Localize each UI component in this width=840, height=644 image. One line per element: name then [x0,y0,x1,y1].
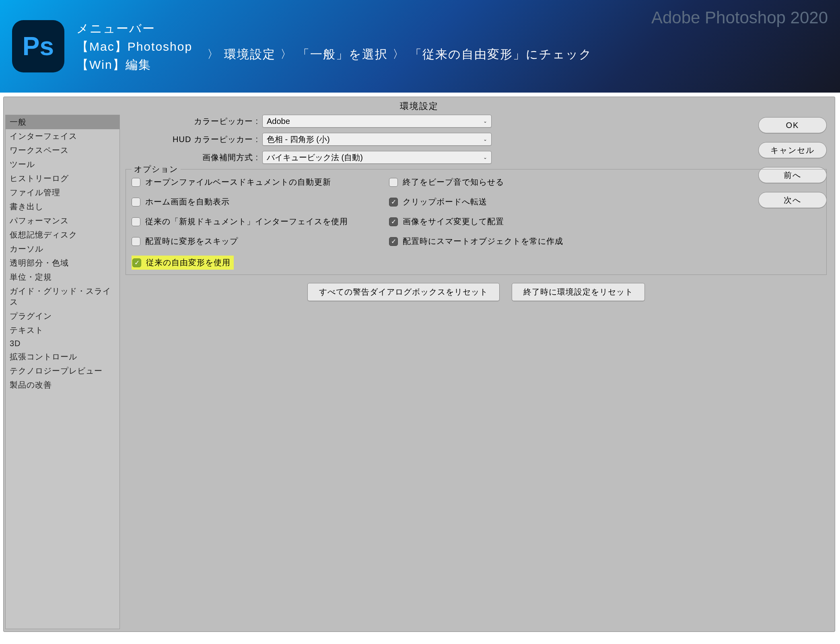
sidebar-item[interactable]: 3D [6,337,119,350]
option-label: 配置時にスマートオブジェクトを常に作成 [403,236,563,247]
option-label: 画像をサイズ変更して配置 [403,216,504,227]
interpolation-label: 画像補間方式 : [126,152,262,163]
preferences-dialog: 環境設定 OK キャンセル 前へ 次へ 一般インターフェイスワークスペースツール… [3,97,835,632]
sidebar-item[interactable]: 一般 [6,115,119,129]
sidebar-item[interactable]: ヒストリーログ [6,171,119,186]
interpolation-select[interactable]: バイキュービック法 (自動) ⌄ [262,151,492,164]
option-label: 配置時に変形をスキップ [145,236,238,247]
color-picker-label: カラーピッカー : [126,116,262,127]
option-label: 従来の「新規ドキュメント」インターフェイスを使用 [145,216,348,227]
app-version-label: Adobe Photoshop 2020 [651,8,828,27]
sidebar-item[interactable]: ファイル管理 [6,186,119,200]
sidebar-item[interactable]: 拡張コントロール [6,350,119,364]
sidebar-item[interactable]: パフォーマンス [6,214,119,228]
option-label: オープンファイルベースドキュメントの自動更新 [145,177,331,188]
preferences-main-panel: カラーピッカー : Adobe ⌄ HUD カラーピッカー : 色相 - 四角形… [120,115,832,629]
sidebar-item[interactable]: ガイド・グリッド・スライス [6,284,119,309]
sidebar-item[interactable]: ワークスペース [6,143,119,157]
sidebar-item[interactable]: 書き出し [6,200,119,214]
sidebar-item[interactable]: 単位・定規 [6,270,119,284]
chevron-right-icon: 〉 [280,47,292,62]
sidebar-item[interactable]: 透明部分・色域 [6,256,119,270]
sidebar-item[interactable]: テキスト [6,323,119,337]
options-fieldset: オプション オープンファイルベースドキュメントの自動更新ホーム画面を自動表示従来… [126,169,827,275]
option-checkbox[interactable] [389,178,398,187]
breadcrumb-item: 「従来の自由変形」にチェック [410,46,592,63]
hud-picker-select[interactable]: 色相 - 四角形 (小) ⌄ [262,133,492,146]
chevron-down-icon: ⌄ [483,136,487,142]
breadcrumb: 〉 環境設定 〉 「一般」を選択 〉 「従来の自由変形」にチェック [202,46,592,63]
chevron-right-icon: 〉 [207,47,219,62]
sidebar-item[interactable]: インターフェイス [6,129,119,143]
option-label: 終了をビープ音で知らせる [403,177,504,188]
dialog-title: 環境設定 [4,97,835,116]
option-checkbox[interactable] [132,178,140,187]
reset-warnings-button[interactable]: すべての警告ダイアログボックスをリセット [307,283,500,301]
color-picker-select[interactable]: Adobe ⌄ [262,115,492,128]
option-checkbox[interactable]: ✓ [389,217,398,226]
chevron-down-icon: ⌄ [483,155,487,160]
option-checkbox[interactable] [132,217,140,226]
sidebar-item[interactable]: プラグイン [6,309,119,323]
option-checkbox[interactable]: ✓ [389,198,398,206]
chevron-right-icon: 〉 [393,47,405,62]
category-sidebar: 一般インターフェイスワークスペースツールヒストリーログファイル管理書き出しパフォ… [5,115,120,629]
option-label: ホーム画面を自動表示 [145,196,230,207]
option-checkbox[interactable] [132,237,140,246]
breadcrumb-item: 「一般」を選択 [297,46,388,63]
breadcrumb-item: 環境設定 [224,46,276,63]
tutorial-banner: Ps メニューバー 【Mac】Photoshop 【Win】編集 〉 環境設定 … [0,0,840,93]
option-checkbox[interactable]: ✓ [132,258,141,267]
chevron-down-icon: ⌄ [483,118,487,124]
sidebar-item[interactable]: 製品の改善 [6,378,119,392]
sidebar-item[interactable]: ツール [6,157,119,171]
reset-prefs-on-quit-button[interactable]: 終了時に環境設定をリセット [512,283,645,301]
sidebar-item[interactable]: 仮想記憶ディスク [6,228,119,242]
option-label: クリップボードへ転送 [403,196,487,207]
option-label: 従来の自由変形を使用 [146,257,231,268]
sidebar-item[interactable]: テクノロジープレビュー [6,364,119,378]
option-checkbox[interactable]: ✓ [389,237,398,246]
photoshop-logo-icon: Ps [12,20,64,72]
hud-picker-label: HUD カラーピッカー : [126,134,262,145]
option-checkbox[interactable] [132,198,140,206]
options-legend: オプション [132,164,181,175]
banner-menu-text: メニューバー 【Mac】Photoshop 【Win】編集 [76,19,192,74]
sidebar-item[interactable]: カーソル [6,242,119,256]
